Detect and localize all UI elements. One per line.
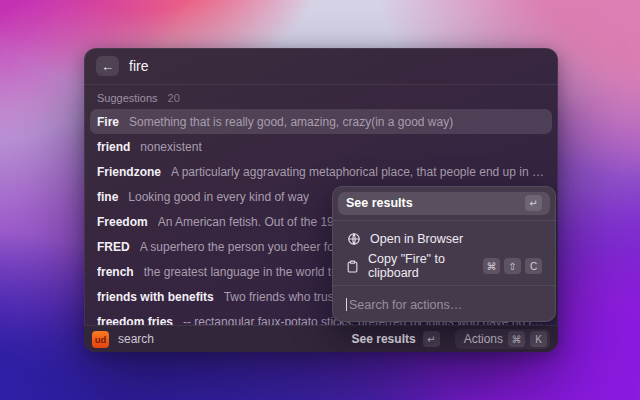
term-label: friend (97, 140, 130, 154)
shortcut-keys: ⌘ ⇧ C (483, 258, 542, 274)
arrow-left-icon: ← (101, 59, 114, 74)
command-name: search (118, 332, 154, 346)
section-header: Suggestions 20 (84, 85, 558, 106)
term-label: french (97, 265, 134, 279)
screen: ← fire Suggestions 20 Fire Something tha… (0, 0, 640, 400)
primary-action-button[interactable]: See results (352, 332, 416, 346)
term-label: Freedom (97, 215, 148, 229)
menu-item-see-results[interactable]: See results ↵ (338, 192, 550, 215)
command-key-icon: ⌘ (508, 331, 525, 347)
menu-item-label: Open in Browser (370, 232, 463, 246)
definition-text: Looking good in every kind of way (128, 190, 309, 204)
actions-button-label: Actions (464, 332, 503, 346)
menu-item-label: Copy "Fire" to clipboard (368, 252, 465, 280)
list-item[interactable]: Fire Something that is really good, amaz… (90, 109, 552, 134)
section-count: 20 (168, 92, 180, 104)
definition-text: A particularly aggravating metaphorical … (171, 165, 545, 179)
term-label: freedom fries (97, 315, 173, 326)
menu-item-label: See results (346, 196, 413, 210)
definition-text: Something that is really good, amazing, … (129, 115, 453, 129)
back-button[interactable]: ← (96, 56, 119, 76)
search-input[interactable]: fire (129, 58, 148, 74)
actions-search-input[interactable]: Search for actions… (338, 293, 550, 316)
return-key-icon: ↵ (525, 195, 542, 211)
urban-dictionary-app-icon: ud (92, 331, 109, 348)
definition-text: nonexistent (140, 140, 201, 154)
launcher-window: ← fire Suggestions 20 Fire Something tha… (84, 48, 558, 352)
search-bar: ← fire (84, 48, 558, 85)
list-item[interactable]: Friendzone A particularly aggravating me… (90, 159, 552, 184)
globe-icon (346, 232, 361, 246)
text-caret (346, 298, 347, 311)
term-label: FRED (97, 240, 130, 254)
menu-item-copy-to-clipboard[interactable]: Copy "Fire" to clipboard ⌘ ⇧ C (338, 252, 550, 280)
return-key-icon: ↵ (423, 331, 440, 347)
menu-item-open-in-browser[interactable]: Open in Browser (338, 226, 550, 252)
actions-button[interactable]: Actions ⌘ K (455, 329, 550, 349)
section-title: Suggestions (97, 92, 158, 104)
menu-divider (332, 285, 556, 286)
list-item[interactable]: friend nonexistent (90, 134, 552, 159)
clipboard-icon (346, 260, 359, 273)
command-key-icon: ⌘ (483, 258, 500, 274)
definition-text: A superhero the person you cheer for (140, 240, 338, 254)
status-bar: ud search See results ↵ Actions ⌘ K (84, 325, 558, 352)
shift-key-icon: ⇧ (504, 258, 521, 274)
actions-search-placeholder: Search for actions… (349, 298, 462, 312)
k-key-icon: K (530, 331, 547, 347)
c-key-icon: C (525, 258, 542, 274)
term-label: fine (97, 190, 118, 204)
term-label: Friendzone (97, 165, 161, 179)
term-label: Fire (97, 115, 119, 129)
actions-menu: See results ↵ Open in Browser (332, 186, 556, 322)
menu-divider (332, 220, 556, 221)
term-label: friends with benefits (97, 290, 214, 304)
